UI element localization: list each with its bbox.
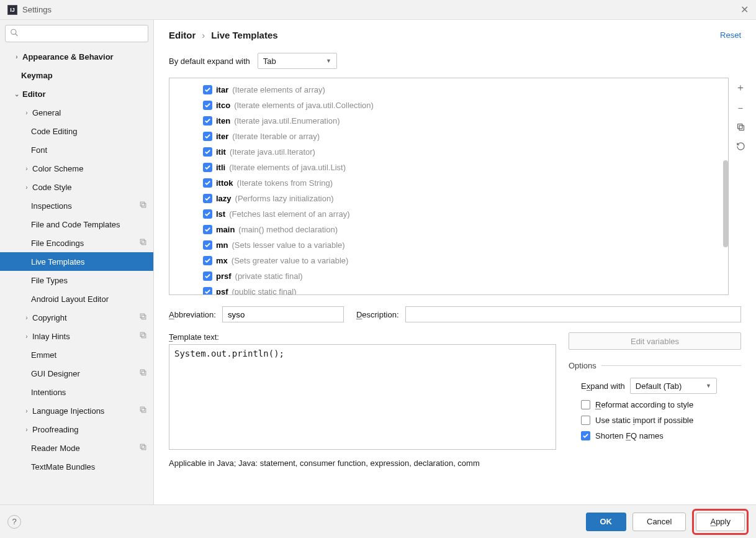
abbreviation-input[interactable]	[222, 306, 344, 322]
description-input[interactable]	[405, 306, 741, 322]
template-checkbox[interactable]	[203, 209, 212, 219]
template-key: itar	[216, 85, 228, 94]
sidebar-item-label: Inspections	[31, 201, 72, 211]
template-checkbox[interactable]	[203, 101, 212, 110]
template-checkbox[interactable]	[203, 116, 212, 125]
template-checkbox[interactable]	[203, 256, 212, 265]
template-checkbox[interactable]	[203, 194, 212, 203]
template-checkbox[interactable]	[203, 178, 212, 188]
template-checkbox[interactable]	[203, 240, 212, 250]
sidebar-item-code-editing[interactable]: Code Editing	[0, 122, 153, 140]
svg-rect-9	[142, 334, 146, 338]
sidebar-item-label: Emmet	[31, 350, 56, 360]
sidebar-item-reader-mode[interactable]: Reader Mode	[0, 439, 153, 457]
help-icon[interactable]: ?	[7, 515, 21, 529]
option-expand-select[interactable]: Default (Tab) ▼	[630, 378, 717, 394]
sidebar-item-file-types[interactable]: File Types	[0, 271, 153, 290]
close-icon[interactable]: ✕	[740, 4, 749, 16]
search-input[interactable]	[5, 25, 148, 42]
sidebar-item-file-encodings[interactable]: File Encodings	[0, 234, 153, 252]
sidebar-item-language-injections[interactable]: ›Language Injections	[0, 401, 153, 420]
sidebar-item-label: Appearance & Behavior	[22, 52, 114, 62]
template-checkbox[interactable]	[203, 163, 212, 172]
template-item-lst[interactable]: lst (Fetches last element of an array)	[203, 206, 728, 222]
sidebar-item-android-layout-editor[interactable]: Android Layout Editor	[0, 290, 153, 308]
ok-button[interactable]: OK	[586, 513, 627, 531]
sidebar-item-emmet[interactable]: Emmet	[0, 345, 153, 364]
sidebar-item-appearance-behavior[interactable]: ›Appearance & Behavior	[0, 47, 153, 66]
cancel-button[interactable]: Cancel	[632, 513, 686, 531]
scrollbar-thumb[interactable]	[723, 160, 728, 247]
templates-list[interactable]: itar (Iterate elements of array)itco (It…	[169, 78, 729, 295]
sidebar-item-gui-designer[interactable]: GUI Designer	[0, 364, 153, 383]
svg-rect-8	[140, 332, 145, 337]
template-item-mn[interactable]: mn (Sets lesser value to a variable)	[203, 237, 728, 253]
expand-label: By default expand with	[169, 57, 250, 66]
template-checkbox[interactable]	[203, 271, 212, 281]
sidebar-item-keymap[interactable]: Keymap	[0, 66, 153, 84]
remove-icon[interactable]: －	[736, 102, 745, 115]
template-text-input[interactable]: System.out.println();	[169, 344, 556, 450]
svg-rect-7	[142, 315, 146, 319]
search-icon	[10, 29, 19, 39]
applicable-contexts[interactable]: Applicable in Java; Java: statement, con…	[154, 450, 756, 474]
sidebar-item-file-and-code-templates[interactable]: File and Code Templates	[0, 215, 153, 234]
revert-icon[interactable]	[736, 142, 745, 153]
template-item-iter[interactable]: iter (Iterate Iterable or array)	[203, 129, 728, 144]
svg-rect-13	[142, 408, 146, 413]
sidebar-item-inspections[interactable]: Inspections	[0, 196, 153, 215]
template-key: psf	[216, 287, 228, 294]
static-import-checkbox[interactable]: Use static import if possible	[581, 416, 741, 425]
template-checkbox[interactable]	[203, 287, 212, 294]
template-checkbox[interactable]	[203, 147, 212, 157]
template-desc: (public static final)	[232, 287, 297, 294]
templates-toolbar: ＋ －	[731, 78, 750, 295]
template-desc: (Iterate java.util.Enumeration)	[234, 116, 340, 125]
template-checkbox[interactable]	[203, 132, 212, 141]
copy-icon[interactable]	[736, 122, 745, 134]
template-item-itco[interactable]: itco (Iterate elements of java.util.Coll…	[203, 98, 728, 113]
template-item-ittok[interactable]: ittok (Iterate tokens from String)	[203, 175, 728, 191]
template-item-itli[interactable]: itli (Iterate elements of java.util.List…	[203, 160, 728, 175]
add-icon[interactable]: ＋	[736, 81, 745, 94]
sidebar-item-proofreading[interactable]: ›Proofreading	[0, 420, 153, 439]
sidebar-item-color-scheme[interactable]: ›Color Scheme	[0, 159, 153, 178]
shorten-fq-checkbox[interactable]: Shorten FQ names	[581, 431, 741, 440]
template-desc: (Iterate elements of array)	[232, 85, 325, 94]
template-desc: (Sets lesser value to a variable)	[232, 240, 345, 250]
sidebar-item-textmate-bundles[interactable]: TextMate Bundles	[0, 457, 153, 476]
project-badge-icon	[139, 406, 147, 416]
sidebar-item-intentions[interactable]: Intentions	[0, 383, 153, 401]
chevron-right-icon: ›	[22, 426, 31, 433]
sidebar-item-live-templates[interactable]: Live Templates	[0, 252, 153, 271]
breadcrumb-parent[interactable]: Editor	[169, 30, 196, 40]
reset-link[interactable]: Reset	[720, 30, 741, 40]
sidebar-item-code-style[interactable]: ›Code Style	[0, 178, 153, 196]
template-item-iten[interactable]: iten (Iterate java.util.Enumeration)	[203, 113, 728, 129]
sidebar-item-editor[interactable]: ⌄Editor	[0, 84, 153, 103]
expand-select[interactable]: Tab ▼	[258, 53, 337, 69]
template-item-psf[interactable]: psf (public static final)	[203, 284, 728, 294]
template-item-mx[interactable]: mx (Sets greater value to a variable)	[203, 253, 728, 268]
template-desc: (Performs lazy initialization)	[235, 194, 334, 203]
edit-variables-button[interactable]: Edit variables	[569, 332, 741, 350]
template-key: prsf	[216, 271, 232, 281]
template-item-lazy[interactable]: lazy (Performs lazy initialization)	[203, 191, 728, 206]
reformat-checkbox[interactable]: Reformat according to style	[581, 400, 741, 409]
template-item-itar[interactable]: itar (Iterate elements of array)	[203, 82, 728, 98]
template-checkbox[interactable]	[203, 225, 212, 234]
apply-button[interactable]: Apply	[696, 513, 745, 531]
template-item-main[interactable]: main (main() method declaration)	[203, 222, 728, 237]
sidebar-item-copyright[interactable]: ›Copyright	[0, 308, 153, 327]
sidebar-item-general[interactable]: ›General	[0, 103, 153, 122]
template-checkbox[interactable]	[203, 85, 212, 94]
template-item-prsf[interactable]: prsf (private static final)	[203, 268, 728, 284]
project-badge-icon	[139, 312, 147, 322]
chevron-right-icon: ›	[22, 109, 31, 116]
sidebar-item-inlay-hints[interactable]: ›Inlay Hints	[0, 327, 153, 345]
template-item-itit[interactable]: itit (Iterate java.util.Iterator)	[203, 144, 728, 160]
chevron-down-icon: ▼	[706, 383, 711, 389]
sidebar-item-label: Intentions	[31, 388, 66, 397]
sidebar-item-font[interactable]: Font	[0, 140, 153, 159]
chevron-right-icon: ›	[22, 184, 31, 191]
